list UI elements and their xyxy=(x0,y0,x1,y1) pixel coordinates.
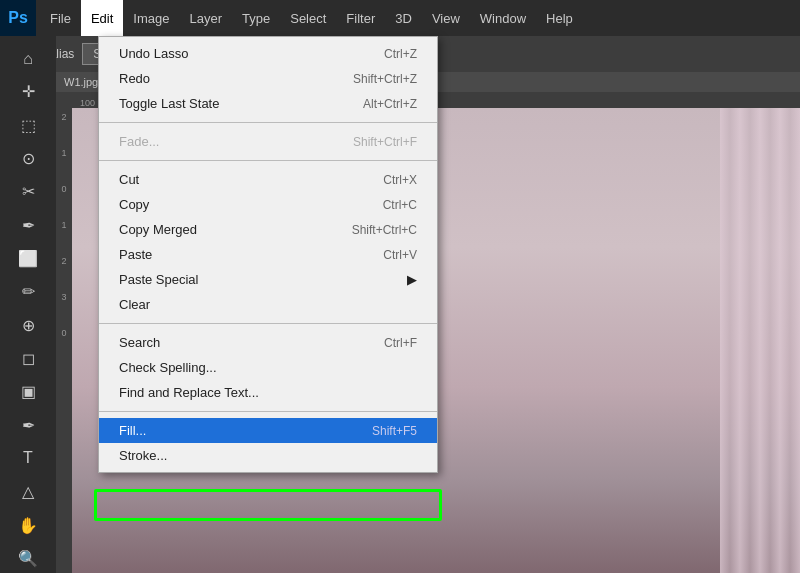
menu-undo-lasso[interactable]: Undo Lasso Ctrl+Z xyxy=(99,41,437,66)
menu-item-label: Fade... xyxy=(119,134,159,149)
menu-item-label: Copy Merged xyxy=(119,222,197,237)
tool-pen[interactable]: ✒ xyxy=(12,410,44,439)
tool-zoom[interactable]: 🔍 xyxy=(12,544,44,573)
menu-check-spelling[interactable]: Check Spelling... xyxy=(99,355,437,380)
menu-item-shortcut: Shift+Ctrl+F xyxy=(353,135,417,149)
tool-eraser[interactable]: ◻ xyxy=(12,344,44,373)
menu-edit[interactable]: Edit xyxy=(81,0,123,36)
tool-selection[interactable]: ⬚ xyxy=(12,111,44,140)
divider-4 xyxy=(99,411,437,412)
submenu-arrow: ▶ xyxy=(407,272,417,287)
divider-2 xyxy=(99,160,437,161)
menu-section-5: Fill... Shift+F5 Stroke... xyxy=(99,414,437,472)
menu-section-3: Cut Ctrl+X Copy Ctrl+C Copy Merged Shift… xyxy=(99,163,437,321)
menu-item-shortcut: Ctrl+C xyxy=(383,198,417,212)
tool-move[interactable]: ✛ xyxy=(12,77,44,106)
ruler-vertical: 2 1 0 1 2 3 0 xyxy=(56,108,72,573)
menu-fade[interactable]: Fade... Shift+Ctrl+F xyxy=(99,129,437,154)
tool-type[interactable]: T xyxy=(12,444,44,473)
menu-copy-merged[interactable]: Copy Merged Shift+Ctrl+C xyxy=(99,217,437,242)
menu-cut[interactable]: Cut Ctrl+X xyxy=(99,167,437,192)
menu-file[interactable]: File xyxy=(40,0,81,36)
tool-eyedropper[interactable]: ✒ xyxy=(12,211,44,240)
menu-find-replace[interactable]: Find and Replace Text... xyxy=(99,380,437,405)
menu-item-label: Undo Lasso xyxy=(119,46,188,61)
menu-paste-special[interactable]: Paste Special ▶ xyxy=(99,267,437,292)
ruler-corner xyxy=(56,92,72,108)
menu-item-shortcut: Shift+Ctrl+Z xyxy=(353,72,417,86)
menu-item-label: Check Spelling... xyxy=(119,360,217,375)
menu-item-shortcut: Ctrl+X xyxy=(383,173,417,187)
menu-search[interactable]: Search Ctrl+F xyxy=(99,330,437,355)
menu-window[interactable]: Window xyxy=(470,0,536,36)
menu-copy[interactable]: Copy Ctrl+C xyxy=(99,192,437,217)
menu-item-shortcut: Alt+Ctrl+Z xyxy=(363,97,417,111)
tool-lasso[interactable]: ⊙ xyxy=(12,144,44,173)
menu-3d[interactable]: 3D xyxy=(385,0,422,36)
tool-clone[interactable]: ⊕ xyxy=(12,311,44,340)
menu-redo[interactable]: Redo Shift+Ctrl+Z xyxy=(99,66,437,91)
menu-toggle-last-state[interactable]: Toggle Last State Alt+Ctrl+Z xyxy=(99,91,437,116)
menu-item-shortcut: Ctrl+Z xyxy=(384,47,417,61)
tool-home[interactable]: ⌂ xyxy=(12,44,44,73)
menu-stroke[interactable]: Stroke... xyxy=(99,443,437,468)
menu-item-label: Toggle Last State xyxy=(119,96,219,111)
tool-patch[interactable]: ⬜ xyxy=(12,244,44,273)
menu-items: File Edit Image Layer Type Select Filter… xyxy=(40,0,583,36)
menu-clear[interactable]: Clear xyxy=(99,292,437,317)
menu-item-label: Fill... xyxy=(119,423,146,438)
curtain-element xyxy=(720,108,800,573)
menu-item-label: Paste xyxy=(119,247,152,262)
menu-view[interactable]: View xyxy=(422,0,470,36)
tool-shape[interactable]: △ xyxy=(12,477,44,506)
tool-crop[interactable]: ✂ xyxy=(12,177,44,206)
menu-item-label: Stroke... xyxy=(119,448,167,463)
menu-layer[interactable]: Layer xyxy=(180,0,233,36)
menu-filter[interactable]: Filter xyxy=(336,0,385,36)
menu-item-label: Find and Replace Text... xyxy=(119,385,259,400)
divider-3 xyxy=(99,323,437,324)
menu-item-label: Copy xyxy=(119,197,149,212)
menu-type[interactable]: Type xyxy=(232,0,280,36)
menu-section-4: Search Ctrl+F Check Spelling... Find and… xyxy=(99,326,437,409)
edit-dropdown-menu[interactable]: Undo Lasso Ctrl+Z Redo Shift+Ctrl+Z Togg… xyxy=(98,36,438,473)
menu-item-shortcut: Shift+Ctrl+C xyxy=(352,223,417,237)
menu-item-label: Cut xyxy=(119,172,139,187)
left-toolbar: ⌂ ✛ ⬚ ⊙ ✂ ✒ ⬜ ✏ ⊕ ◻ ▣ ✒ T △ ✋ 🔍 xyxy=(0,36,56,573)
tool-hand[interactable]: ✋ xyxy=(12,510,44,539)
menu-item-shortcut: Ctrl+F xyxy=(384,336,417,350)
menu-paste[interactable]: Paste Ctrl+V xyxy=(99,242,437,267)
menu-item-shortcut: Shift+F5 xyxy=(372,424,417,438)
tool-brush[interactable]: ✏ xyxy=(12,277,44,306)
tool-gradient[interactable]: ▣ xyxy=(12,377,44,406)
menu-item-label: Redo xyxy=(119,71,150,86)
menu-section-2: Fade... Shift+Ctrl+F xyxy=(99,125,437,158)
menu-item-shortcut: Ctrl+V xyxy=(383,248,417,262)
menu-fill[interactable]: Fill... Shift+F5 xyxy=(99,418,437,443)
menu-bar: Ps File Edit Image Layer Type Select Fil… xyxy=(0,0,800,36)
menu-help[interactable]: Help xyxy=(536,0,583,36)
menu-image[interactable]: Image xyxy=(123,0,179,36)
menu-item-label: Clear xyxy=(119,297,150,312)
divider-1 xyxy=(99,122,437,123)
menu-item-label: Search xyxy=(119,335,160,350)
ps-logo: Ps xyxy=(0,0,36,36)
menu-item-label: Paste Special xyxy=(119,272,199,287)
menu-section-1: Undo Lasso Ctrl+Z Redo Shift+Ctrl+Z Togg… xyxy=(99,37,437,120)
menu-select[interactable]: Select xyxy=(280,0,336,36)
